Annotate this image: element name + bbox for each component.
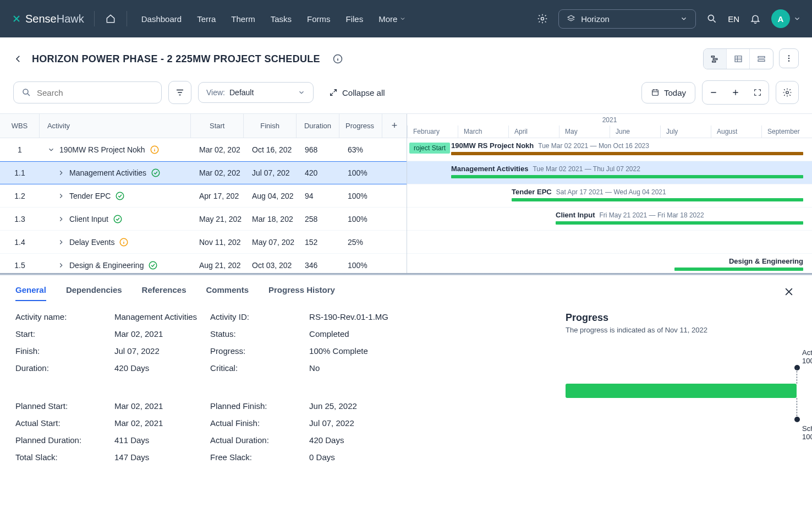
expand-icon[interactable]	[57, 215, 65, 223]
expand-icon[interactable]	[57, 169, 65, 177]
check-icon	[148, 260, 158, 270]
gantt-bar[interactable]	[451, 175, 803, 178]
nav-more-label: More	[378, 14, 397, 24]
tab-comments[interactable]: Comments	[206, 285, 249, 301]
info-icon[interactable]	[332, 53, 343, 64]
svg-point-9	[788, 55, 789, 56]
bell-icon[interactable]	[749, 13, 761, 25]
table-row[interactable]: 1190MW RS Project NokhMar 02, 202Oct 16,…	[0, 138, 407, 161]
gantt-row[interactable]: roject Start190MW RS Project NokhTue Mar…	[407, 138, 812, 161]
gantt-settings-button[interactable]	[776, 81, 799, 104]
tab-dependencies[interactable]: Dependencies	[66, 285, 122, 301]
cell-wbs: 1	[0, 145, 40, 154]
gantt-row[interactable]: Tender EPCSat Apr 17 2021 — Wed Aug 04 2…	[407, 184, 812, 208]
svg-rect-8	[758, 60, 765, 62]
field-value: 147 Days	[114, 452, 197, 462]
nav-terra[interactable]: Terra	[197, 14, 216, 24]
gantt-row[interactable]: Management ActivitiesTue Mar 02 2021 — T…	[407, 161, 812, 184]
expand-icon[interactable]	[57, 238, 65, 246]
schedule-tick	[794, 417, 800, 422]
gantt-chart[interactable]: 2021 FebruaryMarchAprilMayJuneJulyAugust…	[407, 114, 812, 273]
gantt-bar[interactable]	[674, 268, 803, 271]
view-select-value: Default	[229, 88, 254, 97]
search-icon[interactable]	[706, 13, 718, 25]
nav-dashboard[interactable]: Dashboard	[141, 14, 182, 24]
svg-rect-5	[712, 61, 715, 62]
nav-right: Horizon EN A	[536, 9, 801, 29]
svg-rect-13	[652, 90, 659, 95]
tab-general[interactable]: General	[15, 285, 46, 301]
search-input[interactable]	[37, 88, 153, 97]
nav-more[interactable]: More	[378, 14, 406, 24]
nav-files[interactable]: Files	[346, 14, 364, 24]
collapse-all-button[interactable]: Collapse all	[329, 88, 385, 97]
home-icon[interactable]	[105, 13, 117, 25]
cell-wbs: 1.1	[0, 168, 40, 177]
gantt-bar[interactable]	[556, 221, 803, 225]
field-label: Planned Finish:	[210, 401, 309, 411]
more-actions-button[interactable]	[779, 48, 799, 68]
expand-icon[interactable]	[57, 261, 65, 269]
header-actions	[703, 48, 799, 69]
gantt-bar-label: 190MW RS Project NokhTue Mar 02 2021 — M…	[451, 141, 649, 150]
view-table-button[interactable]	[727, 49, 750, 69]
today-button[interactable]: Today	[641, 82, 695, 103]
view-gantt-button[interactable]	[704, 49, 727, 69]
fullscreen-button[interactable]	[747, 81, 769, 104]
cell-finish: Aug 04, 202	[244, 192, 297, 200]
zoom-out-button[interactable]	[703, 81, 725, 104]
view-list-button[interactable]	[750, 49, 773, 69]
asset-name: Horizon	[581, 14, 674, 24]
nav-tasks[interactable]: Tasks	[271, 14, 292, 24]
col-activity[interactable]: Activity	[40, 114, 191, 138]
cell-start: Aug 21, 202	[191, 261, 244, 270]
gantt-bar[interactable]	[512, 198, 803, 201]
col-finish[interactable]: Finish	[244, 114, 297, 138]
gantt-row[interactable]: Client InputFri May 21 2021 — Fri Mar 18…	[407, 208, 812, 231]
language-switch[interactable]: EN	[728, 14, 739, 24]
col-wbs[interactable]: WBS	[0, 114, 40, 138]
search-box[interactable]	[13, 81, 162, 103]
expand-icon[interactable]	[47, 146, 55, 154]
activity-tick	[794, 365, 800, 370]
add-column-button[interactable]: +	[382, 114, 407, 138]
col-start[interactable]: Start	[191, 114, 244, 138]
gantt-row[interactable]: Design & Engineering	[407, 254, 812, 273]
svg-point-16	[152, 169, 160, 177]
user-menu[interactable]: A	[771, 9, 801, 28]
zoom-in-button[interactable]	[725, 81, 747, 104]
table-row[interactable]: 1.5Design & EngineeringAug 21, 202Oct 03…	[0, 254, 407, 273]
nav-items: Dashboard Terra Therm Tasks Forms Files …	[141, 14, 407, 24]
table-row[interactable]: 1.1Management ActivitiesMar 02, 202Jul 0…	[0, 161, 407, 184]
tab-references[interactable]: References	[142, 285, 186, 301]
cell-progress: 100%	[340, 215, 383, 223]
gantt-month: April	[508, 125, 559, 138]
detail-tabs: General Dependencies References Comments…	[15, 285, 797, 301]
col-duration[interactable]: Duration	[297, 114, 339, 138]
gantt-timeline-header: 2021 FebruaryMarchAprilMayJuneJulyAugust…	[407, 114, 812, 138]
activity-name: Client Input	[69, 215, 108, 223]
chevron-down-icon	[298, 89, 305, 96]
tab-progress-history[interactable]: Progress History	[268, 285, 335, 301]
field-value: Jun 25, 2022	[309, 401, 388, 411]
milestone-marker[interactable]: roject Start	[409, 143, 450, 154]
field-label: Actual Duration:	[210, 435, 309, 445]
close-detail-button[interactable]	[783, 286, 794, 297]
back-button[interactable]	[13, 54, 23, 64]
field-label: Actual Finish:	[210, 418, 309, 428]
gantt-row[interactable]	[407, 231, 812, 254]
table-row[interactable]: 1.3Client InputMay 21, 202Mar 18, 202258…	[0, 208, 407, 231]
nav-therm[interactable]: Therm	[231, 14, 255, 24]
col-progress[interactable]: Progress	[339, 114, 382, 138]
asset-selector[interactable]: Horizon	[558, 9, 696, 29]
table-row[interactable]: 1.4Delay EventsNov 11, 202May 07, 202152…	[0, 231, 407, 254]
gantt-bar[interactable]	[451, 152, 803, 155]
filter-button[interactable]	[168, 81, 191, 104]
cell-wbs: 1.3	[0, 215, 40, 223]
settings-icon[interactable]	[536, 13, 548, 25]
nav-forms[interactable]: Forms	[307, 14, 331, 24]
logo[interactable]: SenseHawk	[11, 13, 84, 25]
table-row[interactable]: 1.2Tender EPCApr 17, 202Aug 04, 20294100…	[0, 184, 407, 208]
view-select[interactable]: View: Default	[198, 82, 314, 103]
expand-icon[interactable]	[57, 192, 65, 200]
